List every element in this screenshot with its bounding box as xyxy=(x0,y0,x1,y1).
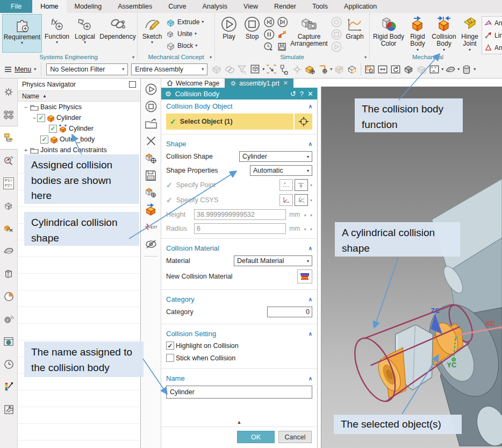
selection-filter-dropdown[interactable]: No Selection Filter ▾ xyxy=(46,63,128,75)
shell-display-icon[interactable] xyxy=(444,63,456,75)
info-icon[interactable]: i xyxy=(0,308,17,330)
name-input[interactable] xyxy=(166,386,312,399)
graphics-viewport[interactable]: XC ZC YC xyxy=(321,87,502,448)
function-button[interactable]: fx Function ▾ xyxy=(42,14,72,53)
hide-eye-icon[interactable] xyxy=(142,236,160,253)
zoom-window-icon[interactable] xyxy=(364,63,376,75)
play-rail-icon[interactable] xyxy=(142,81,160,98)
save-icon[interactable] xyxy=(142,167,160,184)
block-button[interactable]: Block▾ xyxy=(164,40,212,51)
dropdown-arrow-icon[interactable]: ▾ xyxy=(457,67,460,72)
record-icon[interactable] xyxy=(331,16,342,28)
fit-window-icon[interactable] xyxy=(377,63,389,75)
group-dialog-launcher[interactable]: ▾ xyxy=(210,55,212,60)
group-dialog-launcher[interactable]: ▾ xyxy=(132,55,134,60)
stop-record-icon[interactable] xyxy=(331,29,342,40)
checkbox-checked[interactable]: ✓ xyxy=(49,125,57,133)
hide-face-icon[interactable] xyxy=(333,63,345,75)
graph-button[interactable]: Graph xyxy=(342,14,367,53)
column-header-name[interactable]: Name ▲ xyxy=(18,90,140,102)
extrude-button[interactable]: Extrude▾ xyxy=(164,17,212,27)
linear-button[interactable]: Lin xyxy=(482,29,502,41)
tab-modeling[interactable]: Modeling xyxy=(67,0,110,13)
collapse-chevron-icon[interactable]: ∧ xyxy=(309,245,312,251)
select-target-button[interactable] xyxy=(295,113,312,130)
expand-expander-icon[interactable]: + xyxy=(23,147,28,153)
section-category[interactable]: Category ∧ xyxy=(161,293,317,305)
hinge-joint-button[interactable]: Hinge Joint ▾ xyxy=(458,14,482,53)
tab-curve[interactable]: Curve xyxy=(160,0,194,13)
cylinder-display-icon[interactable] xyxy=(461,63,472,75)
dropdown-arrow-icon[interactable]: ▾ xyxy=(441,67,443,72)
save-arrangement-icon[interactable] xyxy=(277,41,289,53)
tab-welcome-page[interactable]: Welcome Page xyxy=(161,79,225,88)
collapse-chevron-icon[interactable]: ∧ xyxy=(309,141,312,147)
play-record-icon[interactable] xyxy=(331,41,342,53)
tree-item-basic-physics[interactable]: − Basic Physics xyxy=(18,102,140,112)
rigid-body-color-button[interactable]: Rigid Body Color xyxy=(372,14,405,53)
keyframe-icon[interactable] xyxy=(277,29,289,40)
library-icon[interactable] xyxy=(0,262,17,285)
rigid-body-button[interactable]: Rigid Body ▾ xyxy=(405,14,430,53)
select-handle-icon[interactable] xyxy=(278,63,290,75)
export-folder-icon[interactable] xyxy=(142,115,160,132)
group-dialog-launcher[interactable]: ▾ xyxy=(364,55,367,60)
render-style-icon[interactable] xyxy=(415,63,427,75)
tab-file[interactable]: File xyxy=(0,0,32,13)
snap-point-icon[interactable] xyxy=(211,63,223,75)
collapse-chevron-icon[interactable]: ∧ xyxy=(309,296,312,302)
history-clock-icon[interactable] xyxy=(0,285,17,308)
cancel-button[interactable]: Cancel xyxy=(278,431,312,443)
window-layout-icon[interactable] xyxy=(428,63,440,75)
shaded-view-icon[interactable] xyxy=(403,63,414,75)
ok-button[interactable]: OK xyxy=(237,431,275,443)
checkbox-checked[interactable]: ✓ xyxy=(40,136,48,144)
physics-navigator-icon[interactable] xyxy=(0,126,18,150)
select-object-field[interactable]: ✓ Select Object (1) xyxy=(166,113,293,130)
target-body-icon[interactable] xyxy=(142,184,160,201)
shape-properties-dropdown[interactable]: Automatic ▾ xyxy=(250,165,312,176)
dependency-button[interactable]: Dependency xyxy=(98,14,138,53)
capture-arrangement-button[interactable]: Capture Arrangement xyxy=(288,14,330,53)
rigid-body-rail-icon[interactable] xyxy=(142,201,160,218)
checkbox-checked[interactable]: ✓ xyxy=(37,114,45,122)
tab-assemblies[interactable]: Assemblies xyxy=(110,0,160,13)
collapse-chevron-icon[interactable]: ∧ xyxy=(309,375,312,381)
web-browser-icon[interactable] xyxy=(0,330,17,353)
expressions-icon[interactable]: P1=P2= xyxy=(0,172,17,195)
sketch-button[interactable]: Sketch ▾ xyxy=(140,14,164,53)
help-icon[interactable]: ? xyxy=(300,90,304,98)
tab-application[interactable]: Application xyxy=(336,0,385,13)
pause-icon[interactable] xyxy=(263,29,275,40)
tab-assembly1-prt[interactable]: assembly1.prt ✕ xyxy=(225,79,293,88)
move-body-icon[interactable] xyxy=(142,150,160,167)
tree-item-cylinder-rigid[interactable]: − ✓ Cylinder xyxy=(18,112,140,123)
section-collision-body-object[interactable]: Collision Body Object ∧ xyxy=(161,99,317,112)
clock-step-icon[interactable] xyxy=(263,41,275,53)
new-material-button[interactable] xyxy=(297,269,312,283)
frame-select-icon[interactable] xyxy=(266,63,277,75)
close-dialog-icon[interactable]: ✕ xyxy=(307,90,313,98)
collision-body-button[interactable]: Collision Body ▾ xyxy=(430,14,458,53)
refresh-window-icon[interactable] xyxy=(390,63,401,75)
stop-rail-icon[interactable] xyxy=(142,98,160,115)
select-in-window-icon[interactable] xyxy=(249,63,261,75)
tree-item-cylinder-collision[interactable]: ✓ Cylinder xyxy=(18,123,140,134)
color-wand-icon[interactable] xyxy=(0,375,17,398)
reset-icon[interactable]: ↺ xyxy=(290,90,296,98)
section-collision-setting[interactable]: Collision Setting ∧ xyxy=(161,327,317,339)
part-icon[interactable] xyxy=(0,195,17,217)
collision-shape-dropdown[interactable]: Cylinder ▾ xyxy=(239,151,312,162)
stick-when-collision-checkbox[interactable]: Stick when Collision xyxy=(166,354,312,362)
show-face-icon[interactable] xyxy=(346,63,358,75)
tab-render[interactable]: Render xyxy=(266,0,304,13)
assembly-navigator-icon[interactable] xyxy=(0,103,17,126)
move-handle-icon[interactable] xyxy=(291,63,303,75)
forward-end-icon[interactable] xyxy=(277,16,289,28)
close-rail-icon[interactable] xyxy=(142,132,160,150)
dialog-header[interactable]: ⚙ Collision Body ↺ ? ✕ xyxy=(161,88,317,99)
tab-analysis[interactable]: Analysis xyxy=(195,0,236,13)
close-tab-icon[interactable]: ✕ xyxy=(283,80,288,87)
logical-button[interactable]: Logical ▾ xyxy=(72,14,98,53)
highlight-on-collision-checkbox[interactable]: ✓ Highlight on Collision xyxy=(166,342,312,350)
